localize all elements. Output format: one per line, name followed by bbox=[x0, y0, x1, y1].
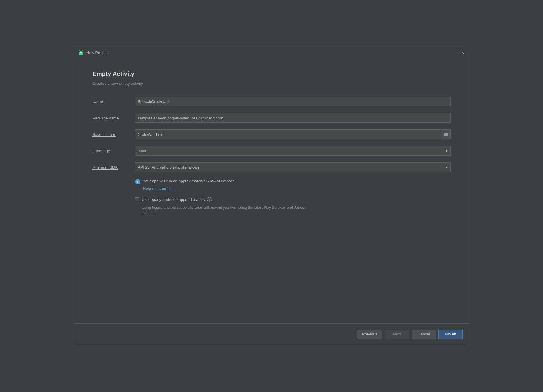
svg-line-3 bbox=[82, 50, 82, 51]
close-button[interactable]: × bbox=[460, 50, 465, 55]
browse-folder-button[interactable] bbox=[441, 129, 451, 139]
legacy-support-description: Using legacy android.support libraries w… bbox=[135, 205, 317, 216]
next-button[interactable]: Next bbox=[385, 330, 409, 339]
title-bar-left: New Project bbox=[78, 50, 108, 56]
package-label-text: ackage name bbox=[95, 116, 119, 120]
name-row: Name bbox=[92, 97, 451, 106]
save-location-field bbox=[135, 129, 451, 139]
info-icon: i bbox=[135, 179, 140, 184]
name-label: Name bbox=[92, 99, 135, 104]
svg-point-5 bbox=[81, 52, 82, 53]
sdk-info-section: i Your app will run on approximately 95.… bbox=[135, 179, 451, 191]
folder-icon bbox=[444, 132, 448, 136]
help-icon[interactable]: ? bbox=[207, 197, 212, 202]
legacy-support-row: Use legacy android.support libraries ? bbox=[135, 197, 451, 202]
sdk-info-line: i Your app will run on approximately 95.… bbox=[135, 179, 451, 184]
new-project-dialog: New Project × Empty Activity Creates a n… bbox=[74, 47, 469, 345]
min-sdk-label-text: inimum SDK bbox=[96, 165, 118, 170]
language-label: Language bbox=[92, 149, 135, 153]
min-sdk-label: Minimum SDK bbox=[92, 165, 135, 170]
language-select-wrapper: Java Kotlin ▼ bbox=[135, 146, 451, 156]
name-label-text: ame bbox=[95, 99, 103, 104]
min-sdk-select-wrapper: API 16: Android 4.1 (Jelly Bean) API 17:… bbox=[135, 162, 451, 172]
dialog-content: Empty Activity Creates a new empty activ… bbox=[74, 58, 469, 323]
package-row: Package name bbox=[92, 113, 451, 123]
min-sdk-row: Minimum SDK API 16: Android 4.1 (Jelly B… bbox=[92, 162, 451, 172]
previous-button[interactable]: Previous bbox=[357, 330, 382, 339]
legacy-support-label: Use legacy android.support libraries bbox=[142, 197, 205, 202]
svg-point-4 bbox=[80, 52, 81, 53]
package-label: Package name bbox=[92, 116, 135, 120]
save-location-label: Save location bbox=[92, 132, 135, 137]
svg-line-2 bbox=[79, 50, 80, 51]
help-me-choose-link[interactable]: Help me choose bbox=[143, 186, 451, 191]
legacy-support-checkbox[interactable] bbox=[135, 197, 139, 201]
section-subtitle: Creates a new empty activity bbox=[92, 81, 451, 86]
dialog-title: New Project bbox=[86, 50, 108, 55]
min-sdk-select[interactable]: API 16: Android 4.1 (Jelly Bean) API 17:… bbox=[135, 162, 451, 172]
save-location-label-text: ave location bbox=[95, 132, 116, 137]
language-select[interactable]: Java Kotlin bbox=[135, 146, 451, 156]
section-title: Empty Activity bbox=[92, 70, 451, 77]
save-location-row: Save location bbox=[92, 129, 451, 139]
finish-button[interactable]: Finish bbox=[438, 330, 463, 339]
cancel-button[interactable]: Cancel bbox=[412, 330, 436, 339]
package-input[interactable] bbox=[135, 113, 451, 123]
dialog-footer: Previous Next Cancel Finish bbox=[74, 323, 469, 345]
title-bar: New Project × bbox=[74, 47, 469, 58]
language-label-text: anguage bbox=[95, 149, 110, 153]
android-logo-icon bbox=[78, 50, 84, 56]
language-row: Language Java Kotlin ▼ bbox=[92, 146, 451, 156]
sdk-info-text: Your app will run on approximately 95.6%… bbox=[143, 179, 236, 183]
save-location-input[interactable] bbox=[135, 129, 451, 139]
name-input[interactable] bbox=[135, 97, 451, 106]
